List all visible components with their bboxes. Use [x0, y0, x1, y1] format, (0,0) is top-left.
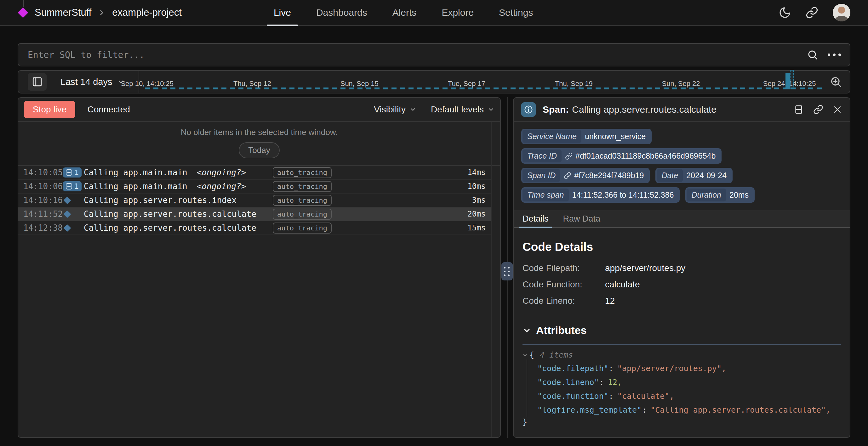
detail-title: Span:Calling app.server.routes.calculate — [542, 104, 716, 115]
nav-actions — [779, 4, 850, 22]
code-detail-row: Code Filepath: app/server/routes.py — [523, 263, 841, 273]
tab-raw-data[interactable]: Raw Data — [563, 210, 600, 227]
detail-header: Span:Calling app.server.routes.calculate — [514, 98, 850, 122]
timeline-activity-spike — [785, 70, 794, 89]
row-timestamp: 14:12:38 — [23, 223, 63, 232]
tab-explore[interactable]: Explore — [441, 0, 474, 26]
time-span-chip: Time span 14:11:52.366 to 14:11:52.386 — [521, 187, 680, 203]
logo[interactable] — [18, 0, 28, 26]
span-diamond-icon — [63, 210, 71, 218]
time-range-select[interactable]: Last 14 days — [60, 77, 125, 87]
splitter-grip-icon[interactable] — [501, 262, 513, 281]
row-duration: 3ms — [457, 196, 486, 204]
search-icon[interactable] — [807, 49, 818, 60]
sidebar-toggle-icon[interactable] — [28, 73, 46, 91]
ongoing-label: <ongoing?> — [197, 168, 246, 177]
json-entry: "code.lineno":12, — [537, 375, 841, 389]
span-row[interactable]: 14:10:06 1 Calling app.main.main<ongoing… — [18, 180, 491, 194]
trace-id-chip[interactable]: Trace ID #df01acad0311189c8b66a466d96965… — [521, 148, 721, 164]
tab-alerts[interactable]: Alerts — [393, 0, 417, 26]
sql-filter-input[interactable] — [27, 50, 807, 60]
code-detail-row: Code Lineno: 12 — [523, 296, 841, 306]
json-entry: "logfire.msg_template":"Calling app.serv… — [537, 403, 841, 417]
span-diamond-icon — [63, 196, 71, 204]
detail-body: Code Details Code Filepath: app/server/r… — [514, 228, 850, 434]
row-kind — [63, 198, 84, 203]
row-message: Calling app.server.routes.index — [84, 195, 273, 205]
span-row[interactable]: 14:12:38 Calling app.server.routes.calcu… — [18, 221, 491, 235]
detail-tabs: Details Raw Data — [514, 210, 850, 228]
empty-state-message: No older items in the selected time wind… — [18, 127, 500, 137]
user-avatar[interactable] — [833, 4, 850, 22]
panels: Stop live Connected Visibility Default l… — [18, 97, 850, 438]
collapsed-trace-badge[interactable]: 1 — [63, 181, 82, 191]
timeline-tick: Thu, Sep 12 — [234, 79, 271, 89]
json-entry: "code.function":"calculate", — [537, 389, 841, 403]
activity-timeline[interactable]: Sep 10, 14:10:25 Thu, Sep 12 Sun, Sep 15… — [144, 71, 822, 93]
timeline-tick: Sun, Sep 15 — [340, 79, 378, 89]
row-message: Calling app.main.main<ongoing?> — [84, 168, 273, 177]
tab-live[interactable]: Live — [274, 0, 291, 26]
json-entry: "code.filepath":"app/server/routes.py", — [537, 361, 841, 375]
row-timestamp: 14:11:52 — [23, 209, 63, 219]
breadcrumb-separator-icon — [98, 8, 106, 17]
link-icon — [564, 172, 571, 180]
close-icon[interactable] — [833, 105, 842, 114]
split-view-icon[interactable] — [794, 104, 804, 115]
json-items-count: 4 items — [540, 350, 573, 359]
breadcrumb: SummerStuff example-project — [18, 0, 182, 26]
stop-live-button[interactable]: Stop live — [24, 101, 75, 118]
today-button[interactable]: Today — [239, 142, 279, 158]
tab-dashboards[interactable]: Dashboards — [316, 0, 367, 26]
copy-link-icon[interactable] — [813, 104, 823, 115]
row-kind[interactable]: 1 — [63, 167, 84, 178]
row-timestamp: 14:10:06 — [23, 182, 63, 191]
attributes-divider — [523, 344, 841, 345]
row-tag: auto_tracing — [273, 169, 326, 177]
more-options-icon[interactable] — [828, 54, 841, 56]
scroll-gutter — [491, 122, 492, 437]
zoom-in-icon[interactable] — [830, 75, 842, 88]
logo-tail — [23, 0, 24, 7]
top-nav: SummerStuff example-project Live Dashboa… — [0, 0, 868, 26]
breadcrumb-org[interactable]: SummerStuff — [35, 7, 91, 18]
span-row-selected[interactable]: 14:11:52 Calling app.server.routes.calcu… — [18, 208, 491, 221]
panel-splitter[interactable] — [501, 97, 513, 438]
row-kind[interactable]: 1 — [63, 181, 84, 191]
span-row[interactable]: 14:10:16 Calling app.server.routes.index… — [18, 194, 491, 208]
timeline-tick: Tue, Sep 17 — [448, 79, 485, 89]
json-body: "code.filepath":"app/server/routes.py", … — [527, 359, 841, 417]
dark-mode-moon-icon[interactable] — [779, 6, 791, 19]
visibility-dropdown[interactable]: Visibility — [374, 104, 416, 115]
duration-chip: Duration 20ms — [685, 187, 755, 203]
date-chip: Date 2024-09-24 — [655, 168, 733, 183]
row-duration: 14ms — [457, 168, 486, 177]
detail-actions — [794, 104, 842, 115]
collapsed-trace-badge[interactable]: 1 — [63, 167, 82, 178]
tab-details[interactable]: Details — [523, 210, 549, 227]
breadcrumb-project[interactable]: example-project — [112, 7, 182, 18]
row-timestamp: 14:10:16 — [23, 195, 63, 205]
link-icon — [565, 152, 572, 160]
main-content: Last 14 days Sep 10, 14:10:25 Thu, Sep 1… — [0, 43, 868, 438]
json-root[interactable]: { 4 items — [523, 350, 841, 359]
chevron-down-icon — [409, 106, 416, 113]
timeline-tick: Thu, Sep 19 — [555, 79, 593, 89]
row-message: Calling app.main.main<ongoing?> — [84, 182, 273, 191]
filter-actions — [807, 49, 841, 60]
share-link-icon[interactable] — [806, 6, 818, 19]
span-row[interactable]: 14:10:05 1 Calling app.main.main<ongoing… — [18, 166, 491, 180]
span-id-chip[interactable]: Span ID #f7c8e294f7489b19 — [521, 168, 650, 183]
timeline-tick: Sun, Sep 22 — [662, 79, 700, 89]
attributes-heading[interactable]: Attributes — [523, 324, 841, 337]
row-message: Calling app.server.routes.calculate — [84, 209, 273, 219]
default-levels-dropdown[interactable]: Default levels — [431, 104, 494, 115]
tab-settings[interactable]: Settings — [499, 0, 533, 26]
row-kind — [63, 225, 84, 231]
chevron-down-icon — [523, 326, 531, 335]
main-tabs: Live Dashboards Alerts Explore Settings — [274, 0, 533, 26]
ongoing-label: <ongoing?> — [197, 182, 246, 191]
row-kind — [63, 212, 84, 217]
live-panel: Stop live Connected Visibility Default l… — [18, 97, 501, 438]
row-tag: auto_tracing — [273, 196, 326, 204]
